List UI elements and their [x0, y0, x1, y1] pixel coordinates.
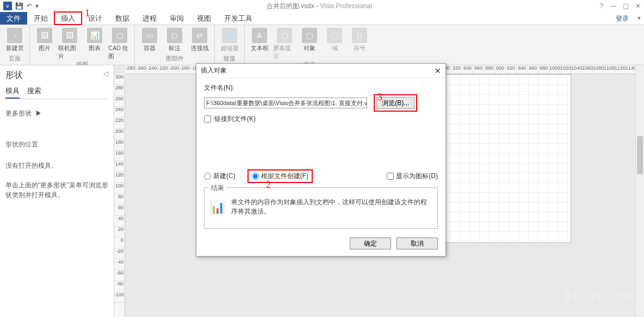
btn-textbox[interactable]: A文本框: [248, 26, 271, 60]
ruler-tick: 1040: [571, 65, 582, 74]
ruler-tick: 220: [114, 118, 125, 129]
radio-from-file[interactable]: 根据文件创建(F): [249, 170, 312, 182]
ruler-tick: 300: [114, 74, 125, 85]
ruler-tick: 260: [114, 96, 125, 107]
shapes-location-label: 形状的位置: [5, 140, 108, 149]
ruler-tick: 1000: [549, 65, 560, 74]
ruler-tick: 20: [114, 227, 125, 237]
tab-review[interactable]: 审阅: [163, 12, 190, 25]
callout-icon: ◻: [167, 28, 182, 43]
more-shapes-menu[interactable]: 更多形状 ▶: [5, 109, 108, 118]
online-picture-icon: 🖼: [62, 28, 77, 43]
dialog-title-text: 插入对象: [201, 66, 227, 75]
ruler-tick: -100: [114, 292, 125, 303]
ruler-tick: 1120: [615, 65, 626, 74]
cad-icon: ▢: [112, 28, 127, 43]
login-link[interactable]: 登录: [610, 12, 634, 25]
btn-cad[interactable]: ▢CAD 绘图: [108, 26, 131, 60]
create-mode-row: 新建(C) 根据文件创建(F) 显示为图标(D): [204, 170, 438, 182]
object-icon: ▢: [302, 28, 317, 43]
picture-icon: 🖼: [37, 28, 52, 43]
radio-new[interactable]: 新建(C): [204, 172, 236, 181]
ruler-tick: 200: [114, 129, 125, 139]
shapes-pane: ◁ 形状 模具 搜索 更多形状 ▶ 形状的位置 没有打开的模具。 单击上面的"更…: [0, 65, 114, 317]
shapes-subtabs: 模具 搜索: [5, 84, 108, 99]
ruler-tick: 140: [114, 161, 125, 172]
insert-object-dialog: 插入对象 ✕ 文件名(N): F:\360data\重要数据\桌面\Visio合…: [196, 63, 446, 257]
collapse-ribbon-icon[interactable]: ▾: [634, 12, 644, 25]
group-label-parts: 图部件: [138, 54, 211, 64]
ruler-tick: 860: [473, 65, 484, 74]
ruler-tick: 0: [114, 237, 125, 248]
as-icon-checkbox[interactable]: [387, 173, 394, 180]
ruler-tick: -260: [136, 65, 147, 74]
ruler-tick: 980: [538, 65, 549, 74]
ruler-tick: 1140: [626, 65, 636, 74]
pane-collapse-icon[interactable]: ◁: [103, 70, 108, 77]
scrollbar-thumb[interactable]: [637, 136, 643, 174]
hyperlink-icon: 🌐: [222, 28, 237, 43]
app-name: Visio Professional: [320, 2, 371, 10]
save-icon[interactable]: 💾: [15, 2, 23, 10]
connector-icon: ⇄: [192, 28, 207, 43]
screentip-icon: ▢: [277, 28, 292, 43]
ruler-tick: 80: [114, 194, 125, 205]
ribbon: ▫新建页 页面 🖼图片 🖼联机图片 📊图表 ▢CAD 绘图 插图 ▭容器 ◻标注…: [0, 25, 644, 65]
tab-design[interactable]: 设计: [82, 12, 109, 25]
ruler-tick: -80: [114, 281, 125, 292]
radio-from-file-input[interactable]: [252, 173, 259, 180]
result-text: 将文件的内容作为对象插入到文档中，这样可以使用创建该文件的程序将其激活。: [231, 198, 433, 217]
btn-new-page[interactable]: ▫新建页: [3, 26, 26, 52]
ruler-tick: 60: [114, 205, 125, 216]
dialog-close-icon[interactable]: ✕: [435, 66, 441, 75]
tab-data[interactable]: 数据: [109, 12, 136, 25]
title-bar: V 💾 ↶ ▾ 合并后的图.vsdx - Visio Professional …: [0, 0, 644, 12]
close-icon[interactable]: ✕: [635, 2, 641, 10]
btn-picture[interactable]: 🖼图片: [33, 26, 56, 60]
undo-icon[interactable]: ↶: [27, 2, 32, 10]
ruler-tick: -200: [169, 65, 179, 74]
group-text: A文本框 ▢屏幕提示 ▢对象 ▢域 Ω符号 文本: [245, 25, 374, 65]
radio-new-input[interactable]: [204, 173, 211, 180]
tab-view[interactable]: 视图: [190, 12, 218, 25]
ruler-tick: 100: [114, 183, 125, 194]
ruler-tick: 280: [114, 85, 125, 96]
ok-button[interactable]: 确定: [350, 237, 391, 249]
subtab-stencil[interactable]: 模具: [5, 84, 20, 99]
tab-insert[interactable]: 插入: [54, 12, 82, 25]
btn-callout[interactable]: ◻标注: [163, 26, 186, 52]
minimize-icon[interactable]: —: [610, 2, 616, 10]
ruler-tick: 1080: [593, 65, 604, 74]
textbox-icon: A: [252, 28, 267, 43]
filename-input[interactable]: F:\360data\重要数据\桌面\Visio合并多张流程图\1. 直接支付.…: [204, 97, 367, 108]
result-icon: 📊: [209, 198, 226, 217]
restore-icon[interactable]: ▢: [623, 2, 629, 10]
group-parts: ▭容器 ◻标注 ⇄连接线 图部件: [135, 25, 215, 65]
ruler-tick: 1100: [604, 65, 615, 74]
window-controls: ? — ▢ ✕: [599, 2, 641, 10]
vertical-scrollbar[interactable]: [635, 65, 644, 317]
btn-chart[interactable]: 📊图表: [83, 26, 106, 60]
cancel-button[interactable]: 取消: [397, 237, 438, 249]
check-as-icon[interactable]: 显示为图标(D): [387, 172, 438, 181]
link-to-file-row[interactable]: 链接到文件(K): [204, 114, 438, 124]
subtab-search[interactable]: 搜索: [27, 84, 41, 99]
tab-devtools[interactable]: 开发工具: [218, 12, 259, 25]
btn-connector[interactable]: ⇄连接线: [188, 26, 211, 52]
help-icon[interactable]: ?: [599, 2, 603, 10]
btn-online-picture[interactable]: 🖼联机图片: [58, 26, 81, 60]
ruler-tick: 940: [517, 65, 528, 74]
btn-field: ▢域: [323, 26, 346, 60]
link-to-file-label: 链接到文件(K): [214, 114, 256, 124]
btn-object[interactable]: ▢对象: [298, 26, 321, 60]
link-to-file-checkbox[interactable]: [204, 115, 211, 123]
new-page-icon: ▫: [7, 28, 22, 43]
btn-screentip: ▢屏幕提示: [273, 26, 296, 60]
browse-button[interactable]: 浏览(B)...: [376, 97, 414, 109]
tab-file[interactable]: 文件: [0, 12, 27, 25]
btn-container[interactable]: ▭容器: [138, 26, 161, 52]
tab-home[interactable]: 开始: [27, 12, 54, 25]
filename-label: 文件名(N):: [204, 83, 438, 93]
group-label-page: 页面: [3, 54, 26, 64]
tab-process[interactable]: 进程: [136, 12, 163, 25]
